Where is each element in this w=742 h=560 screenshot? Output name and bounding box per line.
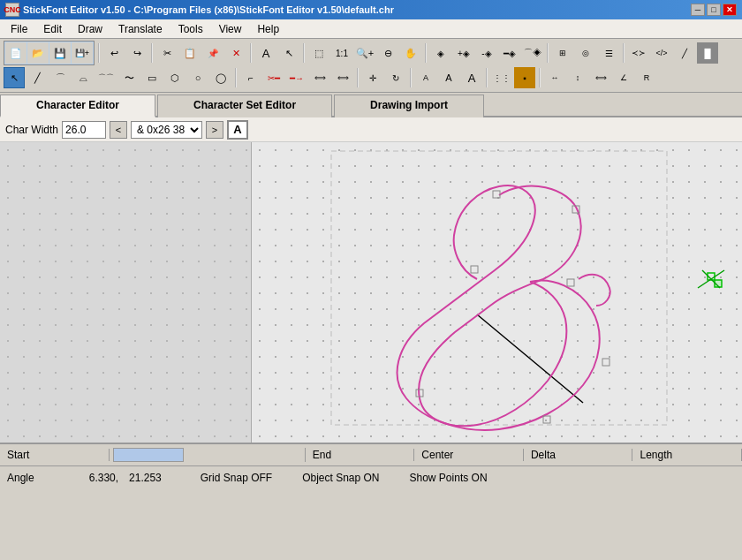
mirror-tool-button[interactable]: ⟺ <box>332 67 353 88</box>
tool-extra2[interactable]: </> <box>651 42 672 64</box>
menu-help[interactable]: Help <box>250 21 286 37</box>
app-icon: CNC <box>5 3 19 17</box>
snap-grid-button[interactable]: ⊞ <box>552 42 573 64</box>
delete-button[interactable]: ✕ <box>225 42 246 64</box>
menu-view[interactable]: View <box>212 21 249 37</box>
font-preview-button[interactable]: A <box>227 120 248 140</box>
dim-align-button[interactable]: ⟺ <box>590 67 611 88</box>
save-file-button[interactable]: 💾 <box>49 42 71 64</box>
open-file-button[interactable]: 📂 <box>27 42 49 64</box>
dim-angle-button[interactable]: ∠ <box>613 67 634 88</box>
paste-button[interactable]: 📌 <box>202 42 223 64</box>
char-code-select[interactable]: & 0x26 38 <box>131 121 202 139</box>
rect-tool-button[interactable]: ▭ <box>141 67 163 88</box>
text-small-button[interactable]: A <box>415 67 436 88</box>
minimize-button[interactable]: ─ <box>691 4 705 16</box>
rotate-tool-button[interactable]: ↻ <box>385 67 406 88</box>
text-large-button[interactable]: A <box>461 67 482 88</box>
restore-button[interactable]: □ <box>707 4 721 16</box>
separator-2 <box>151 43 153 63</box>
tab-character-set-editor[interactable]: Character Set Editor <box>157 95 332 117</box>
arrow-select-button[interactable]: ↖ <box>278 42 299 64</box>
tool-extra4[interactable]: █ <box>697 42 718 64</box>
redo-button[interactable]: ↪ <box>126 42 148 64</box>
show-points-status: Show Points ON <box>410 472 488 484</box>
copy-button[interactable]: 📋 <box>179 42 201 64</box>
status-end-cell: End <box>306 449 415 461</box>
menu-file[interactable]: File <box>4 21 34 37</box>
arc-tool-button[interactable]: ⌓ <box>72 67 94 88</box>
status-bar: Start End Center Delta Length Angle 6.33… <box>0 443 742 487</box>
close-button[interactable]: ✕ <box>723 4 737 16</box>
separator-6 <box>547 43 549 63</box>
save-as-button[interactable]: 💾+ <box>72 42 93 64</box>
snap-object-button[interactable]: ◎ <box>575 42 596 64</box>
toolbar-row-2: ↖ ╱ ⌒ ⌓ ⌒⌒ 〜 ▭ ⬡ ○ ◯ ⌐ ✂━ ━→ ⟺ ⟺ ✛ ↻ A A… <box>4 67 738 88</box>
svg-line-15 <box>702 270 720 288</box>
pan-button[interactable]: ✋ <box>400 42 421 64</box>
cut-button[interactable]: ✂ <box>156 42 178 64</box>
separator-7 <box>623 43 625 63</box>
zoom-actual-button[interactable]: 1:1 <box>331 42 352 64</box>
menu-edit[interactable]: Edit <box>36 21 69 37</box>
menu-translate[interactable]: Translate <box>111 21 170 37</box>
dim-radius-button[interactable]: R <box>636 67 657 88</box>
poly-tool-button[interactable]: ⬡ <box>164 67 186 88</box>
fillet-tool-button[interactable]: ⌐ <box>240 67 261 88</box>
text-medium-button[interactable]: A <box>438 67 459 88</box>
svg-rect-3 <box>252 142 742 443</box>
object-snap-status: Object Snap ON <box>302 472 379 484</box>
nav-prev-button[interactable]: < <box>110 121 127 139</box>
char-width-input[interactable] <box>62 121 106 139</box>
spline-tool-button[interactable]: 〜 <box>118 67 140 88</box>
circle-tool-button[interactable]: ○ <box>187 67 208 88</box>
tool-extra1[interactable]: ≺≻ <box>628 42 649 64</box>
node-select-button[interactable]: ◈ <box>430 42 451 64</box>
undo-button[interactable]: ↩ <box>103 42 125 64</box>
status-row-1: Start End Center Delta Length <box>0 444 742 466</box>
zoom-out-button[interactable]: ⊖ <box>377 42 398 64</box>
zoom-in-button[interactable]: 🔍+ <box>354 42 375 64</box>
tab-character-editor[interactable]: Character Editor <box>0 95 155 117</box>
dim-vert-button[interactable]: ↕ <box>567 67 588 88</box>
arc-node-button[interactable]: ⌒◈ <box>522 42 543 64</box>
node-delete-button[interactable]: -◈ <box>476 42 497 64</box>
svg-rect-12 <box>567 279 574 286</box>
curve-tool-button[interactable]: ⌒ <box>49 67 71 88</box>
nav-next-button[interactable]: > <box>206 121 223 139</box>
ellipse-tool-button[interactable]: ◯ <box>210 67 231 88</box>
offset-tool-button[interactable]: ⟺ <box>309 67 330 88</box>
start-value-input[interactable] <box>113 448 184 462</box>
separator-12 <box>539 68 541 87</box>
svg-line-5 <box>477 314 583 403</box>
dim-horiz-button[interactable]: ↔ <box>544 67 565 88</box>
tab-drawing-import[interactable]: Drawing Import <box>334 95 484 117</box>
zoom-window-button[interactable]: ⬚ <box>308 42 329 64</box>
new-file-button[interactable]: 📄 <box>5 42 26 64</box>
main-drawing-canvas <box>252 142 742 443</box>
menu-tools[interactable]: Tools <box>171 21 210 37</box>
arc2-tool-button[interactable]: ⌒⌒ <box>95 67 117 88</box>
node-add-button[interactable]: +◈ <box>453 42 474 64</box>
hatch-button[interactable]: ⋮⋮ <box>491 67 512 88</box>
fill-button[interactable]: ▪ <box>514 67 535 88</box>
select-tool-button[interactable]: ↖ <box>4 67 25 88</box>
trim-tool-button[interactable]: ✂━ <box>263 67 284 88</box>
svg-rect-9 <box>543 416 550 423</box>
canvas-main[interactable] <box>252 142 742 443</box>
svg-rect-8 <box>602 359 610 366</box>
menu-draw[interactable]: Draw <box>71 21 110 37</box>
tool-extra3[interactable]: ╱ <box>674 42 695 64</box>
svg-rect-11 <box>471 266 478 273</box>
layer-button[interactable]: ☰ <box>598 42 619 64</box>
coord-x: 6.330, <box>89 472 118 484</box>
line-tool-button[interactable]: ╱ <box>26 67 48 88</box>
status-start-cell: Start <box>0 449 110 461</box>
title-bar: CNC StickFont Editor v1.50 - C:\Program … <box>0 0 742 19</box>
move-tool-button[interactable]: ✛ <box>362 67 383 88</box>
extend-tool-button[interactable]: ━→ <box>286 67 307 88</box>
svg-rect-1 <box>0 142 251 443</box>
file-tool-group: 📄 📂 💾 💾+ <box>4 41 95 65</box>
line-node-button[interactable]: ━◈ <box>499 42 520 64</box>
text-select-button[interactable]: A <box>255 42 276 64</box>
